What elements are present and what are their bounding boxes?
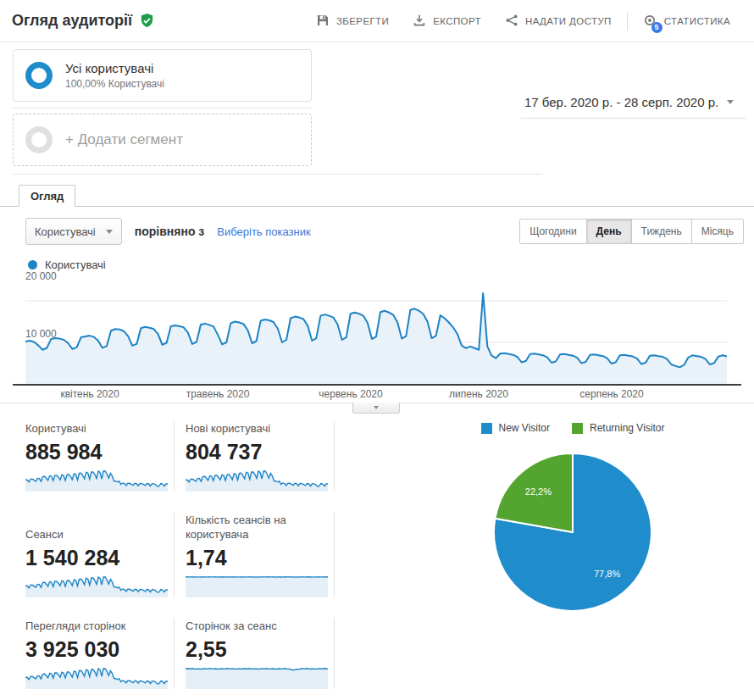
header-actions: ЗБЕРЕГТИ ЕКСПОРТ НАДАТИ ДОСТУП 5 СТАТИСТ… [304,12,742,31]
insights-badge: 5 [651,22,663,33]
page-header: Огляд аудиторії ЗБЕРЕГТИ ЕКСПОРТ НАДАТИ … [0,0,754,42]
metrics-column: Користувачі 885 984 Нові користувачі 804… [25,420,344,700]
segment-section-divider [13,174,542,175]
metric-label: Нові користувачі [186,420,327,436]
svg-text:22,2%: 22,2% [525,486,552,497]
header-actions-separator [627,12,628,31]
pie-legend-label: New Visitor [499,422,550,434]
y-axis-tick-20000: 20 000 [25,270,57,282]
metric-select-dropdown[interactable]: Користувачі [25,218,122,245]
metric-value: 1,74 [186,546,327,570]
visitor-type-panel: New Visitor Returning Visitor 77,8%22,2% [344,420,754,700]
chevron-down-icon [727,100,734,104]
export-button-label: ЕКСПОРТ [433,16,481,26]
x-tick-april: квітень 2020 [52,388,128,400]
metric-card-sessions: Сеанси 1 540 284 [25,512,175,597]
granularity-toggle: Щогодини День Тиждень Місяць [519,219,744,244]
share-button-label: НАДАТИ ДОСТУП [525,16,612,26]
share-icon [505,14,518,29]
save-button[interactable]: ЗБЕРЕГТИ [304,14,401,29]
compare-label: порівняно з [135,225,205,238]
granularity-day[interactable]: День [587,219,632,244]
x-tick-july: липень 2020 [441,388,517,400]
x-tick-may: травень 2020 [180,388,256,400]
metric-value: 885 984 [25,440,167,464]
chart-bottom-rule [0,403,754,403]
timeseries-chart: 20 000 10 000 [0,278,754,384]
pie-legend: New Visitor Returning Visitor [481,422,665,434]
summary-section: Користувачі 885 984 Нові користувачі 804… [0,403,754,700]
pie-legend-returning-visitor: Returning Visitor [572,422,665,434]
series-dot-icon [28,260,37,269]
metric-card-users: Користувачі 885 984 [25,420,175,492]
metric-value: 3 925 030 [25,637,167,662]
metric-card-sessions-per-user: Кількість сеансів на користувача 1,74 [186,512,335,597]
metric-label: Користувачі [25,420,167,436]
insights-button-label: СТАТИСТИКА [664,16,730,26]
segment-area: Усі користувачі 100,00% Користувачі + До… [0,42,754,175]
metric-sparkline [186,667,328,689]
segment-card-all-users[interactable]: Усі користувачі 100,00% Користувачі [13,49,312,102]
legend-square-icon [481,423,492,434]
chevron-down-icon [374,406,379,409]
select-metric-link[interactable]: Виберіть показник [217,225,310,238]
shield-check-icon [139,13,155,29]
segment-detail: 100,00% Користувачі [65,78,164,90]
metric-sparkline [25,667,168,689]
share-button[interactable]: НАДАТИ ДОСТУП [493,14,624,29]
controls-row: Користувачі порівняно з Виберіть показни… [0,207,754,253]
metric-card-pages-per-session: Сторінок за сеанс 2,55 [186,618,335,689]
metric-sparkline [186,575,328,597]
metric-row: Перегляди сторінок 3 925 030 Сторінок за… [25,618,344,689]
add-segment-button[interactable]: + Додати сегмент [13,114,312,166]
collapse-chart-handle[interactable] [352,403,400,414]
granularity-week[interactable]: Тиждень [632,219,692,244]
metric-label: Перегляди сторінок [25,618,167,633]
users-area-chart[interactable] [25,278,727,384]
legend-square-icon [572,423,583,434]
metric-card-pageviews: Перегляди сторінок 3 925 030 [25,618,175,689]
metric-value: 1 540 284 [25,546,167,570]
metric-sparkline [25,469,168,492]
pie-legend-label: Returning Visitor [590,422,665,434]
export-button[interactable]: ЕКСПОРТ [401,14,493,29]
metric-card-new-users: Нові користувачі 804 737 [186,420,335,492]
save-button-label: ЗБЕРЕГТИ [336,16,389,26]
pie-legend-new-visitor: New Visitor [481,422,550,434]
chevron-down-icon [106,230,113,234]
export-icon [413,14,426,29]
insights-icon: 5 [643,14,657,28]
y-axis-tick-10000: 10 000 [25,328,57,340]
granularity-month[interactable]: Місяць [692,219,744,244]
date-range-text: 17 бер. 2020 р. - 28 серп. 2020 р. [524,95,718,109]
visitor-type-pie-chart[interactable]: 77,8%22,2% [488,447,657,617]
metric-label: Кількість сеансів на користувача [186,512,327,542]
segment-divider [13,108,312,108]
tab-overview[interactable]: Огляд [19,185,75,207]
segment-donut-icon [25,62,53,89]
date-range-selector[interactable]: 17 бер. 2020 р. - 28 серп. 2020 р. [521,90,746,119]
series-legend-label: Користувачі [45,258,106,271]
x-tick-august: серпень 2020 [574,388,650,400]
metric-row: Сеанси 1 540 284 Кількість сеансів на ко… [25,512,344,597]
metric-select-value: Користувачі [35,225,96,238]
metric-value: 804 737 [186,440,327,464]
metric-row: Користувачі 885 984 Нові користувачі 804… [25,420,344,492]
chart-legend: Користувачі [0,253,754,278]
svg-text:77,8%: 77,8% [594,569,620,579]
metric-value: 2,55 [186,637,327,662]
metric-sparkline [25,575,168,597]
tab-strip: Огляд [0,185,754,207]
x-tick-june: червень 2020 [313,388,389,400]
add-segment-donut-icon [25,126,53,153]
metric-label: Сеанси [25,512,167,542]
granularity-hourly[interactable]: Щогодини [519,219,586,244]
save-icon [316,14,330,29]
x-axis-labels: квітень 2020 травень 2020 червень 2020 л… [25,384,754,402]
metric-label: Сторінок за сеанс [186,618,327,633]
metric-sparkline [186,469,328,492]
page-title: Огляд аудиторії [12,12,132,30]
insights-button[interactable]: 5 СТАТИСТИКА [631,14,742,28]
segment-name: Усі користувачі [65,61,164,75]
add-segment-label: + Додати сегмент [65,131,183,148]
